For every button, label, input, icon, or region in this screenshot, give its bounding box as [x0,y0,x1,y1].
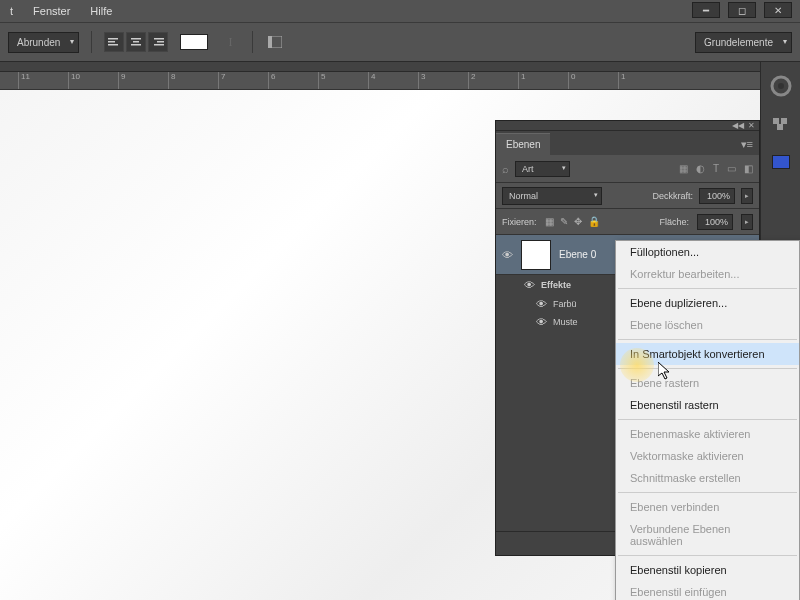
text-warp-button[interactable]: I [220,32,240,52]
menu-item[interactable]: t [10,5,13,17]
menu-item-hilfe[interactable]: Hilfe [90,5,112,17]
svg-rect-7 [157,41,164,43]
opacity-input[interactable]: 100% [699,188,735,204]
context-menu-item: Ebenenstil einfügen [616,581,799,600]
filter-pixel-icon[interactable]: ▦ [679,163,688,174]
panel-collapse-bar[interactable]: ◀◀✕ [496,121,759,131]
context-menu-separator [618,339,797,340]
cursor-icon [658,362,672,380]
fill-input[interactable]: 100% [697,214,733,230]
context-menu-separator [618,492,797,493]
lock-transparency-icon[interactable]: ▦ [545,216,554,227]
swatches-panel-icon[interactable] [767,110,795,138]
preset-dropdown[interactable]: Grundelemente [695,32,792,53]
panel-menu-button[interactable]: ▾≡ [735,134,759,155]
blend-opacity-row: Normal Deckkraft: 100% ▸ [496,183,759,209]
svg-rect-6 [154,38,164,40]
context-menu-item[interactable]: Ebene duplizieren... [616,292,799,314]
filter-type-dropdown[interactable]: Art [515,161,570,177]
layer-name[interactable]: Ebene 0 [559,249,596,260]
svg-rect-14 [781,118,787,124]
context-menu-item: Korrektur bearbeiten... [616,263,799,285]
svg-rect-3 [131,38,141,40]
filter-adjustment-icon[interactable]: ◐ [696,163,705,174]
svg-rect-4 [133,41,139,43]
context-menu-separator [618,419,797,420]
visibility-icon[interactable]: 👁 [536,316,547,328]
search-icon: ⌕ [502,163,509,175]
opacity-arrow[interactable]: ▸ [741,188,753,204]
window-controls: ━ ◻ ✕ [692,2,792,18]
styles-panel-icon[interactable] [767,148,795,176]
align-left-button[interactable] [104,32,124,52]
context-menu-separator [618,555,797,556]
svg-rect-2 [108,44,118,46]
fill-label: Fläche: [659,217,689,227]
color-swatch[interactable] [180,34,208,50]
layer-thumbnail[interactable] [521,240,551,270]
close-button[interactable]: ✕ [764,2,792,18]
align-center-button[interactable] [126,32,146,52]
menubar: t Fenster Hilfe [0,0,800,22]
context-menu-item: Ebene löschen [616,314,799,336]
align-group [104,32,168,52]
filter-icons: ▦ ◐ T ▭ ◧ [679,163,753,174]
align-right-button[interactable] [148,32,168,52]
svg-rect-5 [131,44,141,46]
svg-point-12 [778,83,784,89]
sub-bar [0,62,800,72]
lock-all-icon[interactable]: 🔒 [588,216,600,227]
context-menu-item: Verbundene Ebenen auswählen [616,518,799,552]
minimize-button[interactable]: ━ [692,2,720,18]
tutorial-highlight [620,348,654,382]
opacity-label: Deckkraft: [652,191,693,201]
svg-rect-10 [268,36,272,48]
layer-context-menu: Fülloptionen...Korrektur bearbeiten...Eb… [615,240,800,600]
filter-smart-icon[interactable]: ◧ [744,163,753,174]
blend-mode-dropdown[interactable]: Normal [502,187,602,205]
panel-toggle-button[interactable] [265,32,285,52]
context-menu-item: Vektormaske aktivieren [616,445,799,467]
svg-rect-13 [773,118,779,124]
maximize-button[interactable]: ◻ [728,2,756,18]
context-menu-item[interactable]: Fülloptionen... [616,241,799,263]
context-menu-item[interactable]: Ebenenstil kopieren [616,559,799,581]
filter-type-icon[interactable]: T [713,163,719,174]
context-menu-item[interactable]: Ebenenstil rastern [616,394,799,416]
fill-arrow[interactable]: ▸ [741,214,753,230]
options-bar: Abrunden I Grundelemente [0,22,800,62]
context-menu-item: Schnittmaske erstellen [616,467,799,489]
shape-mode-dropdown[interactable]: Abrunden [8,32,79,53]
color-panel-icon[interactable] [767,72,795,100]
layer-filter-row: ⌕ Art ▦ ◐ T ▭ ◧ [496,155,759,183]
lock-pixels-icon[interactable]: ✎ [560,216,568,227]
visibility-icon[interactable]: 👁 [524,279,535,291]
visibility-icon[interactable]: 👁 [536,298,547,310]
lock-position-icon[interactable]: ✥ [574,216,582,227]
svg-rect-8 [154,44,164,46]
panel-tabs: Ebenen ▾≡ [496,131,759,155]
context-menu-item: Ebenenmaske aktivieren [616,423,799,445]
layers-tab[interactable]: Ebenen [496,133,550,155]
context-menu-separator [618,288,797,289]
visibility-icon[interactable]: 👁 [502,249,513,261]
context-menu-item: Ebenen verbinden [616,496,799,518]
svg-rect-1 [108,41,115,43]
menu-item-fenster[interactable]: Fenster [33,5,70,17]
filter-shape-icon[interactable]: ▭ [727,163,736,174]
svg-rect-15 [777,124,783,130]
horizontal-ruler: 111098765432101 [0,72,800,90]
svg-rect-0 [108,38,118,40]
effects-label: Effekte [541,280,571,290]
lock-fill-row: Fixieren: ▦ ✎ ✥ 🔒 Fläche: 100% ▸ [496,209,759,235]
lock-label: Fixieren: [502,217,537,227]
